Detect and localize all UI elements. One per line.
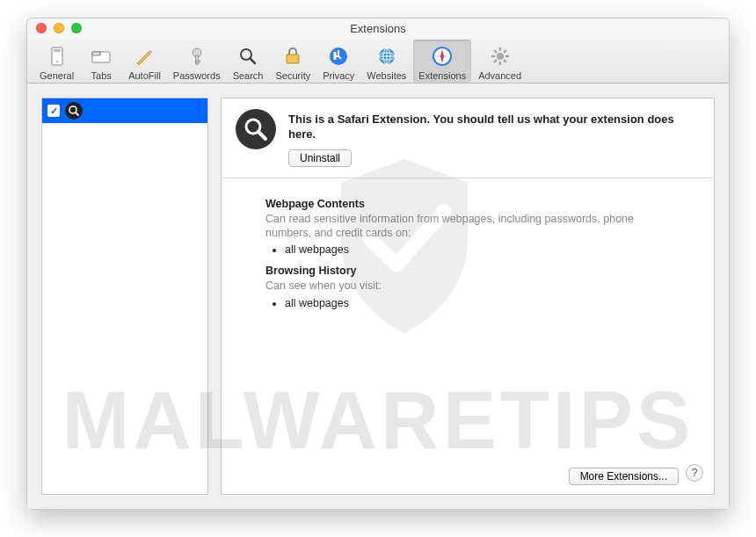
content-area: ✓ This is a Safari Extension. You should… (27, 83, 729, 509)
general-icon (44, 43, 70, 69)
tab-label: Advanced (478, 70, 521, 81)
traffic-lights (36, 23, 82, 33)
preferences-window: Extensions General Tabs AutoFill Passwor… (26, 18, 730, 510)
webpage-contents-subtext: Can read sensitive information from webp… (265, 212, 670, 241)
svg-rect-10 (287, 54, 299, 63)
tab-passwords[interactable]: Passwords (168, 40, 226, 83)
titlebar: Extensions (27, 18, 729, 38)
svg-point-2 (55, 61, 58, 63)
extension-list-item[interactable]: ✓ (42, 98, 207, 123)
svg-line-26 (494, 50, 497, 53)
tab-search[interactable]: Search (228, 40, 269, 83)
svg-rect-4 (92, 52, 100, 55)
svg-line-28 (494, 60, 497, 62)
window-title: Extensions (27, 22, 729, 35)
zoom-icon[interactable] (71, 23, 82, 33)
extensions-sidebar: ✓ (41, 98, 208, 495)
svg-line-29 (504, 50, 506, 53)
security-icon (280, 43, 306, 69)
svg-line-31 (76, 112, 78, 115)
permission-item: all webpages (285, 297, 670, 309)
preferences-toolbar: General Tabs AutoFill Passwords Search (27, 38, 729, 83)
privacy-icon (325, 43, 352, 69)
tab-autofill[interactable]: AutoFill (123, 40, 166, 83)
tab-label: General (40, 70, 74, 81)
tab-label: Tabs (91, 70, 112, 81)
more-extensions-button[interactable]: More Extensions... (569, 468, 679, 485)
tab-label: Extensions (418, 70, 466, 81)
tab-label: AutoFill (128, 70, 161, 81)
tab-label: Privacy (323, 70, 354, 81)
tab-extensions[interactable]: Extensions (413, 40, 471, 83)
tab-label: Security (275, 70, 310, 81)
uninstall-button[interactable]: Uninstall (288, 149, 352, 167)
magnifier-icon (236, 109, 276, 149)
svg-line-33 (258, 132, 265, 139)
advanced-icon (487, 43, 513, 69)
detail-footer: More Extensions... ? (569, 461, 703, 485)
permissions-section: Webpage Contents Can read sensitive info… (222, 178, 714, 332)
tab-label: Search (233, 70, 264, 81)
tab-tabs[interactable]: Tabs (81, 40, 121, 83)
detail-header: This is a Safari Extension. You should t… (222, 98, 714, 178)
close-icon[interactable] (36, 23, 47, 33)
browsing-history-heading: Browsing History (265, 265, 670, 277)
autofill-icon (131, 43, 157, 69)
tab-security[interactable]: Security (270, 40, 316, 83)
extension-detail-panel: This is a Safari Extension. You should t… (221, 98, 715, 495)
websites-icon (374, 43, 400, 69)
svg-point-21 (497, 53, 504, 60)
svg-rect-7 (195, 61, 200, 62)
svg-line-9 (251, 59, 256, 64)
extension-enable-checkbox[interactable]: ✓ (47, 105, 60, 117)
tab-general[interactable]: General (34, 40, 79, 83)
minimize-icon[interactable] (54, 23, 64, 33)
webpage-contents-heading: Webpage Contents (265, 198, 670, 210)
svg-rect-1 (54, 49, 61, 52)
extension-description: This is a Safari Extension. You should t… (288, 112, 700, 142)
tab-privacy[interactable]: Privacy (317, 40, 360, 83)
help-button[interactable]: ? (686, 464, 703, 482)
tab-label: Websites (367, 70, 406, 81)
search-icon (235, 43, 261, 69)
tab-advanced[interactable]: Advanced (473, 40, 527, 83)
extensions-icon (429, 43, 455, 69)
browsing-history-subtext: Can see when you visit: (265, 279, 670, 293)
tab-label: Passwords (173, 70, 221, 81)
passwords-icon (184, 43, 210, 69)
tabs-icon (88, 43, 114, 69)
magnifier-icon (65, 102, 83, 120)
svg-line-27 (504, 60, 506, 62)
tab-websites[interactable]: Websites (361, 40, 411, 83)
permission-item: all webpages (285, 243, 670, 256)
